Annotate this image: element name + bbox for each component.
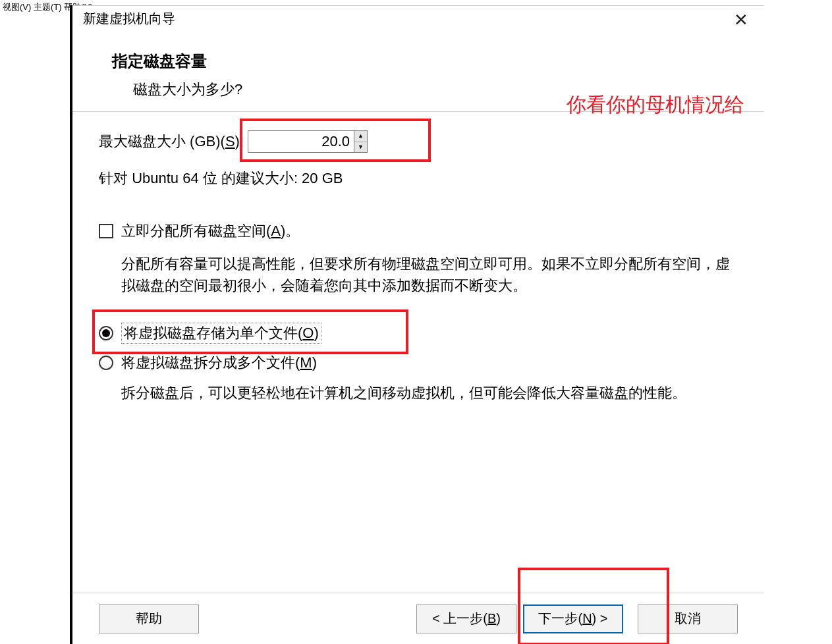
disk-size-spinner: ▲ ▼: [248, 130, 368, 153]
wizard-footer: 帮助 < 上一步(B) 下一步(N) > 取消: [72, 593, 764, 644]
store-split-files-row: 将虚拟磁盘拆分成多个文件(M): [99, 353, 738, 373]
annotation-text: 你看你的母机情况给: [567, 92, 744, 119]
wizard-dialog: 新建虚拟机向导 ✕ 指定磁盘容量 磁盘大小为多少? 你看你的母机情况给 最大磁盘…: [72, 5, 764, 644]
allocate-now-label: 立即分配所有磁盘空间(A)。: [121, 221, 300, 241]
window-title: 新建虚拟机向导: [83, 10, 175, 28]
next-button[interactable]: 下一步(N) >: [523, 604, 623, 633]
close-icon[interactable]: ✕: [734, 10, 748, 30]
wizard-header: 指定磁盘容量 磁盘大小为多少? 你看你的母机情况给: [72, 31, 764, 112]
split-files-description: 拆分磁盘后，可以更轻松地在计算机之间移动虚拟机，但可能会降低大容量磁盘的性能。: [99, 382, 738, 404]
titlebar: 新建虚拟机向导 ✕: [72, 6, 764, 31]
back-button[interactable]: < 上一步(B): [416, 604, 516, 633]
allocate-now-row: 立即分配所有磁盘空间(A)。: [99, 221, 738, 241]
allocate-now-description: 分配所有容量可以提高性能，但要求所有物理磁盘空间立即可用。如果不立即分配所有空间…: [99, 253, 738, 296]
wizard-content: 最大磁盘大小 (GB)(S): ▲ ▼ 针对 Ubuntu 64 位 的建议大小…: [72, 112, 764, 443]
recommended-size-text: 针对 Ubuntu 64 位 的建议大小: 20 GB: [99, 169, 738, 188]
store-split-files-label: 将虚拟磁盘拆分成多个文件(M): [121, 353, 317, 373]
page-title: 指定磁盘容量: [112, 51, 738, 72]
storage-type-group: 将虚拟磁盘存储为单个文件(O) 将虚拟磁盘拆分成多个文件(M): [99, 323, 738, 373]
allocate-now-checkbox[interactable]: [99, 224, 113, 238]
store-single-file-radio[interactable]: [99, 326, 113, 340]
max-disk-size-row: 最大磁盘大小 (GB)(S): ▲ ▼: [99, 130, 738, 153]
max-disk-size-label: 最大磁盘大小 (GB)(S):: [99, 132, 244, 151]
spinner-up-icon[interactable]: ▲: [354, 131, 367, 142]
spinner-down-icon[interactable]: ▼: [354, 142, 367, 153]
store-single-file-row: 将虚拟磁盘存储为单个文件(O): [99, 323, 738, 344]
store-single-file-label: 将虚拟磁盘存储为单个文件(O): [121, 323, 321, 344]
help-button[interactable]: 帮助: [99, 604, 199, 633]
store-split-files-radio[interactable]: [99, 356, 113, 370]
disk-size-input[interactable]: [248, 131, 354, 152]
cancel-button[interactable]: 取消: [638, 604, 738, 633]
